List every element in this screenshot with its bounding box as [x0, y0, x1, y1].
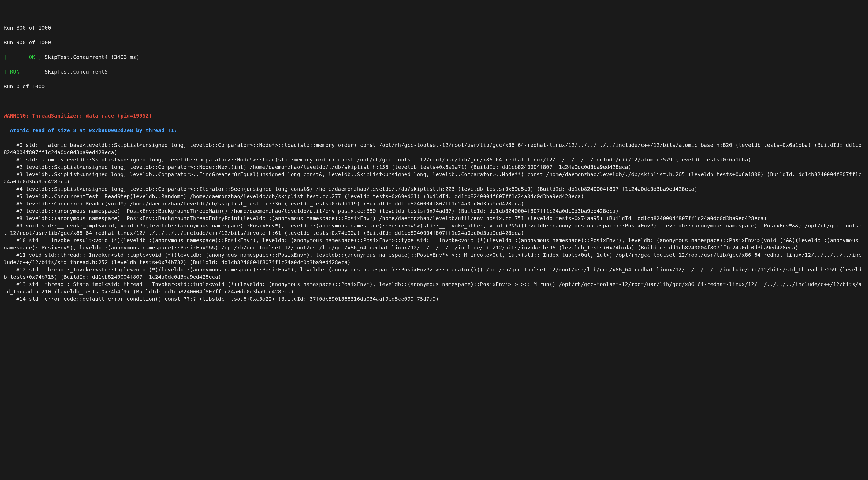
divider: ==================	[4, 97, 864, 105]
stack-frame: #14 std::error_code::default_error_condi…	[4, 295, 864, 303]
stack-frame: #4 leveldb::SkipList<unsigned long, leve…	[4, 185, 864, 193]
stack-frame: #0 std::__atomic_base<leveldb::SkipList<…	[4, 141, 864, 156]
stack-frame: #9 void std::__invoke_impl<void, void (*…	[4, 222, 864, 237]
test-ok-label: SkipTest.Concurrent4 (3406 ms)	[42, 54, 140, 60]
stack-frame: #3 leveldb::SkipList<unsigned long, leve…	[4, 171, 864, 185]
stack-frame: #6 leveldb::ConcurrentReader(void*) /hom…	[4, 200, 864, 207]
stack-frame: #1 std::atomic<leveldb::SkipList<unsigne…	[4, 156, 864, 163]
stack-trace: #0 std::__atomic_base<leveldb::SkipList<…	[4, 141, 864, 303]
progress-line: Run 800 of 1000	[4, 24, 864, 31]
tsan-warning-line: WARNING: ThreadSanitizer: data race (pid…	[4, 112, 864, 119]
status-bracket-ok: [ OK ]	[4, 54, 42, 60]
stack-frame: #11 void std::thread::_Invoker<std::tupl…	[4, 251, 864, 266]
stack-frame: #10 std::__invoke_result<void (*)(leveld…	[4, 237, 864, 251]
status-bracket-run: [ RUN ]	[4, 69, 42, 75]
test-run-line: [ RUN ] SkipTest.Concurrent5	[4, 68, 864, 75]
stack-frame: #2 leveldb::SkipList<unsigned long, leve…	[4, 163, 864, 171]
progress-line: Run 900 of 1000	[4, 39, 864, 46]
stack-frame: #13 std::thread::_State_impl<std::thread…	[4, 281, 864, 295]
stack-frame: #8 leveldb::(anonymous namespace)::Posix…	[4, 215, 864, 222]
stack-frame: #12 std::thread::_Invoker<std::tuple<voi…	[4, 266, 864, 281]
test-run-label: SkipTest.Concurrent5	[42, 69, 108, 75]
tsan-read-header: Atomic read of size 8 at 0x7b800002d2e8 …	[4, 127, 864, 134]
stack-frame: #7 leveldb::(anonymous namespace)::Posix…	[4, 207, 864, 215]
stack-frame: #5 leveldb::ConcurrentTest::ReadStep(lev…	[4, 193, 864, 200]
test-ok-line: [ OK ] SkipTest.Concurrent4 (3406 ms)	[4, 54, 864, 61]
progress-line: Run 0 of 1000	[4, 83, 864, 90]
